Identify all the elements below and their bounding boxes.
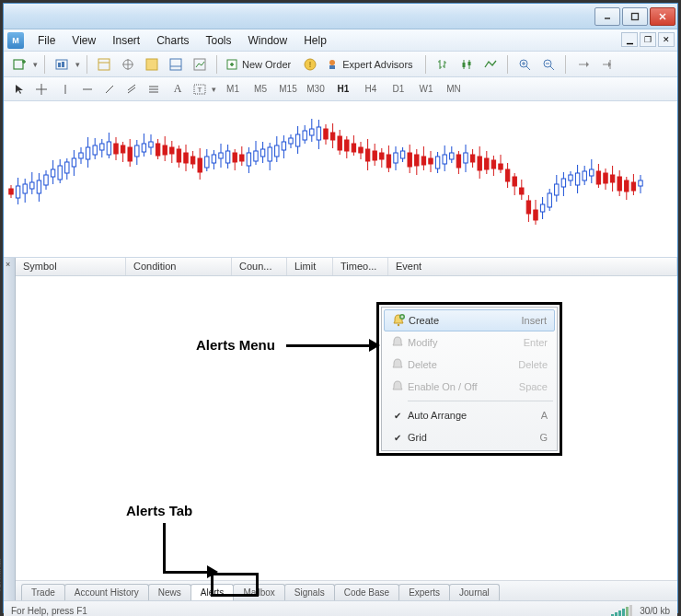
svg-rect-15	[146, 59, 157, 70]
svg-rect-238	[625, 180, 629, 192]
menu-view[interactable]: View	[63, 34, 104, 47]
svg-text:T: T	[198, 86, 202, 94]
svg-rect-148	[310, 129, 314, 135]
window-minimize-button[interactable]	[594, 7, 620, 26]
timeframe-h4[interactable]: H4	[358, 80, 384, 99]
svg-rect-180	[421, 157, 425, 165]
col-limit[interactable]: Limit	[287, 258, 333, 275]
col-condition[interactable]: Condition	[126, 258, 232, 275]
mdi-restore-button[interactable]: ❐	[640, 32, 656, 47]
trendline-icon[interactable]	[99, 79, 120, 99]
fibonacci-icon[interactable]	[144, 79, 164, 99]
chart-shift-icon[interactable]	[596, 54, 617, 75]
svg-rect-156	[338, 136, 341, 150]
svg-rect-188	[450, 153, 454, 159]
equidistant-channel-icon[interactable]	[121, 79, 142, 99]
svg-rect-136	[268, 147, 271, 161]
terminal-icon[interactable]	[166, 54, 186, 75]
crosshair-icon[interactable]	[31, 79, 52, 99]
tab-trade[interactable]: Trade	[21, 584, 65, 600]
zoom-in-icon[interactable]	[514, 54, 535, 75]
terminal-close-button[interactable]: ×	[6, 260, 10, 269]
bell-delete-icon	[390, 357, 405, 372]
timeframe-w1[interactable]: W1	[413, 80, 439, 99]
timeframe-m1[interactable]: M1	[220, 80, 246, 99]
tab-account-history[interactable]: Account History	[64, 584, 149, 600]
svg-rect-224	[575, 173, 579, 185]
ctx-grid[interactable]: ✔ Grid G	[382, 426, 557, 448]
col-symbol[interactable]: Symbol	[16, 258, 126, 275]
mdi-close-button[interactable]: ✕	[658, 32, 675, 47]
data-window-icon[interactable]	[142, 54, 162, 75]
zoom-out-icon[interactable]	[538, 54, 559, 75]
vertical-line-icon[interactable]	[55, 79, 75, 99]
menu-charts[interactable]: Charts	[148, 34, 197, 47]
menu-window[interactable]: Window	[240, 34, 296, 47]
tab-experts[interactable]: Experts	[398, 584, 450, 600]
new-chart-icon[interactable]	[9, 54, 29, 75]
strategy-tester-icon[interactable]	[190, 54, 210, 75]
svg-rect-232	[604, 173, 607, 183]
horizontal-line-icon[interactable]	[77, 79, 98, 99]
svg-rect-128	[240, 155, 244, 161]
svg-rect-10	[98, 59, 110, 70]
col-timeout[interactable]: Timeo...	[333, 258, 388, 275]
svg-marker-44	[586, 62, 589, 67]
text-icon[interactable]: A	[167, 79, 188, 99]
ctx-modify-label: Modify	[408, 337, 524, 348]
col-counter[interactable]: Coun...	[232, 258, 287, 275]
new-order-label: New Order	[242, 59, 291, 70]
metaquotes-icon[interactable]: !	[300, 54, 320, 75]
svg-line-53	[106, 86, 113, 93]
window-close-button[interactable]	[650, 7, 675, 26]
svg-rect-178	[415, 155, 419, 166]
menu-file[interactable]: File	[29, 34, 63, 47]
svg-rect-166	[373, 151, 376, 160]
market-watch-icon[interactable]	[94, 54, 114, 75]
connection-signal-icon	[611, 605, 632, 617]
ctx-delete: Delete Delete	[382, 354, 557, 376]
timeframe-m30[interactable]: M30	[303, 80, 329, 99]
tab-signals[interactable]: Signals	[284, 584, 335, 600]
profiles-icon[interactable]	[52, 54, 72, 75]
annotation-alerts-tab: Alerts Tab	[126, 503, 192, 518]
candle-chart-icon[interactable]	[456, 54, 477, 75]
col-event[interactable]: Event	[388, 258, 677, 275]
svg-point-24	[329, 60, 335, 65]
svg-rect-176	[408, 153, 411, 167]
svg-rect-218	[555, 184, 559, 195]
timeframe-h1[interactable]: H1	[330, 80, 356, 99]
timeframe-m5[interactable]: M5	[248, 80, 273, 99]
bar-chart-icon[interactable]	[433, 54, 453, 75]
mdi-minimize-button[interactable]: ▁	[621, 32, 638, 47]
timeframe-mn[interactable]: MN	[441, 80, 467, 99]
timeframe-m15[interactable]: M15	[275, 80, 301, 99]
ctx-enable: Enable On / Off Space	[382, 376, 557, 398]
new-order-icon	[225, 58, 238, 71]
cursor-icon[interactable]	[9, 79, 29, 99]
svg-rect-86	[93, 145, 97, 155]
menu-help[interactable]: Help	[295, 34, 335, 47]
text-label-icon[interactable]: T	[190, 79, 210, 99]
timeframe-d1[interactable]: D1	[386, 80, 411, 99]
tab-journal[interactable]: Journal	[449, 584, 500, 600]
line-chart-icon[interactable]	[480, 54, 501, 75]
auto-scroll-icon[interactable]	[572, 54, 593, 75]
expert-advisors-button[interactable]: Expert Advisors	[324, 54, 418, 75]
window-maximize-button[interactable]	[622, 7, 648, 26]
svg-rect-98	[135, 145, 139, 157]
svg-rect-124	[225, 151, 229, 163]
ctx-auto-arrange[interactable]: ✔ Auto Arrange A	[382, 404, 557, 426]
tab-code-base[interactable]: Code Base	[334, 584, 399, 600]
svg-rect-226	[583, 171, 586, 180]
svg-rect-100	[142, 144, 145, 152]
menu-insert[interactable]: Insert	[104, 34, 148, 47]
tab-news[interactable]: News	[148, 584, 191, 600]
ctx-create[interactable]: Create Insert	[384, 309, 555, 331]
svg-rect-196	[478, 157, 481, 170]
menu-tools[interactable]: Tools	[198, 34, 240, 47]
alerts-list[interactable]: Create Insert Modify Enter Delete Delete	[16, 276, 677, 580]
new-order-button[interactable]: New Order	[224, 54, 296, 75]
navigator-icon[interactable]	[118, 54, 138, 75]
chart-panel[interactable]	[4, 101, 677, 258]
